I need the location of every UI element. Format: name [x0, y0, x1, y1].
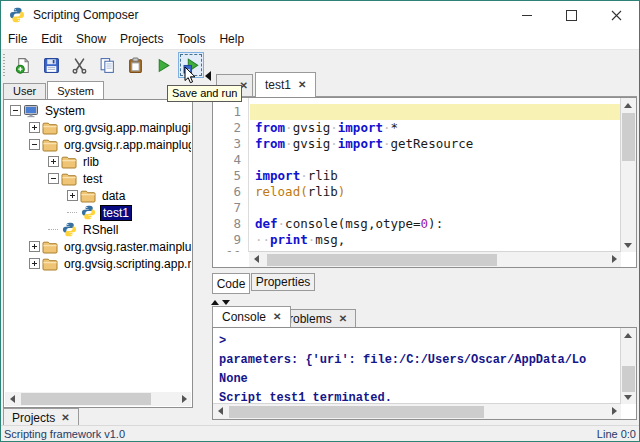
left-tab-user[interactable]: User	[3, 83, 46, 99]
expander-box-icon[interactable]	[29, 241, 40, 252]
tree-item-test1[interactable]: test1	[5, 204, 191, 221]
code-token: ·	[330, 136, 338, 151]
new-script-button[interactable]	[10, 52, 36, 78]
console-output: >parameters: {'uri': file:/C:/Users/Osca…	[213, 328, 621, 404]
code-token: 0	[421, 216, 429, 231]
toolbar-grip[interactable]	[3, 54, 5, 76]
scroll-left-arrow[interactable]	[213, 404, 227, 418]
tree-item-rshell[interactable]: RShell	[5, 221, 191, 238]
close-icon[interactable]: ✕	[339, 314, 347, 324]
code-token: console(msg,otype=	[285, 216, 420, 231]
close-icon[interactable]: ✕	[61, 413, 69, 423]
scroll-up-arrow[interactable]	[621, 98, 635, 112]
close-button[interactable]	[594, 1, 639, 29]
code-token: def	[255, 216, 278, 231]
tab-scroll-left-icon[interactable]	[205, 71, 211, 81]
run-button[interactable]	[150, 52, 176, 78]
code-token: ·	[330, 120, 338, 135]
expander-plus-icon[interactable]	[29, 122, 42, 133]
tree-item-org-gvsig-app-mainplugin[interactable]: org.gvsig.app.mainplugin	[5, 119, 191, 136]
close-icon[interactable]: ✕	[273, 312, 281, 322]
minimize-button[interactable]	[504, 1, 549, 29]
tree-scroll-thumb[interactable]	[21, 393, 151, 405]
tree-item-label: RShell	[81, 223, 120, 237]
expander-box-icon[interactable]	[29, 258, 40, 269]
tree-item-rlib[interactable]: rlib	[5, 153, 191, 170]
close-icon[interactable]: ✕	[298, 80, 306, 90]
tree-item-system[interactable]: System	[5, 102, 191, 119]
expander-box-icon[interactable]	[29, 139, 40, 150]
console-horizontal-scrollbar[interactable]	[213, 403, 621, 419]
expander-box-icon[interactable]	[67, 190, 78, 201]
editor-vscroll-thumb[interactable]	[622, 113, 635, 161]
tab-code[interactable]: Code	[212, 273, 250, 294]
scroll-left-arrow[interactable]	[249, 252, 263, 266]
tab-test1[interactable]: test1 ✕	[255, 72, 316, 97]
tree-horizontal-scrollbar[interactable]	[5, 392, 191, 406]
copy-button[interactable]	[94, 52, 120, 78]
splitter-up-icon[interactable]	[211, 300, 219, 305]
tree-item-test[interactable]: test	[5, 170, 191, 187]
code-token: ·	[383, 120, 391, 135]
menu-help[interactable]: Help	[212, 32, 251, 46]
code-line	[250, 200, 621, 216]
left-tab-system[interactable]: System	[47, 81, 104, 99]
maximize-icon	[566, 10, 577, 21]
console-vertical-scrollbar[interactable]	[620, 328, 636, 404]
console-line: >	[219, 332, 621, 351]
tree-item-org-gvsig-r-app-mainplugin[interactable]: org.gvsig.r.app.mainplugin	[5, 136, 191, 153]
editor-horizontal-scrollbar[interactable]	[249, 251, 621, 267]
scroll-right-arrow[interactable]	[177, 392, 191, 406]
menu-tools[interactable]: Tools	[170, 32, 212, 46]
expander-box-icon[interactable]	[48, 156, 59, 167]
expander-box-icon[interactable]	[10, 105, 21, 116]
tree-item-label: org.gvsig.app.mainplugin	[62, 121, 191, 135]
code-editor[interactable]: 12345678910 from·gvsig·import·*from·gvsi…	[212, 97, 637, 268]
console-panel[interactable]: >parameters: {'uri': file:/C:/Users/Osca…	[212, 327, 637, 420]
scroll-right-arrow[interactable]	[607, 252, 621, 266]
expander-plus-icon[interactable]	[67, 190, 80, 201]
expander-plus-icon[interactable]	[48, 156, 61, 167]
tree-connector	[67, 212, 80, 213]
pane-splitter[interactable]	[211, 300, 230, 305]
expander-plus-icon[interactable]	[29, 258, 42, 269]
maximize-button[interactable]	[549, 1, 594, 29]
scroll-down-arrow[interactable]	[621, 390, 635, 404]
code-token: import	[255, 168, 300, 183]
expander-minus-icon[interactable]	[48, 173, 61, 184]
tree-item-data[interactable]: data	[5, 187, 191, 204]
console-vscroll-thumb[interactable]	[622, 366, 635, 392]
expander-box-icon[interactable]	[29, 122, 40, 133]
paste-button[interactable]	[122, 52, 148, 78]
cut-button[interactable]	[66, 52, 92, 78]
code-line	[250, 152, 621, 168]
menu-edit[interactable]: Edit	[34, 32, 69, 46]
folder-icon	[42, 120, 58, 136]
splitter-down-icon[interactable]	[222, 300, 230, 305]
tab-console[interactable]: Console ✕	[212, 306, 291, 327]
editor-vertical-scrollbar[interactable]	[620, 98, 636, 252]
tab-projects-label: Projects	[12, 411, 55, 425]
expander-minus-icon[interactable]	[29, 139, 42, 150]
menu-show[interactable]: Show	[69, 32, 113, 46]
code-token: ·	[285, 120, 293, 135]
scroll-right-arrow[interactable]	[607, 404, 621, 418]
menu-projects[interactable]: Projects	[113, 32, 170, 46]
expander-box-icon[interactable]	[48, 173, 59, 184]
code-token: ):	[428, 216, 443, 231]
scroll-left-arrow[interactable]	[5, 392, 19, 406]
line-number: 1	[213, 104, 248, 120]
expander-plus-icon[interactable]	[29, 241, 42, 252]
console-hscroll-thumb[interactable]	[229, 406, 484, 418]
menu-file[interactable]: File	[1, 32, 34, 46]
tree-item-org-gvsig-raster-mainplugin[interactable]: org.gvsig.raster.mainplugin	[5, 238, 191, 255]
tab-properties[interactable]: Properties	[251, 273, 315, 291]
code-area[interactable]: from·gvsig·import·*from·gvsig·import·get…	[250, 98, 621, 252]
code-token: reload(	[255, 184, 308, 199]
tree-item-org-gvsig-scripting-app-main[interactable]: org.gvsig.scripting.app.main	[5, 255, 191, 272]
editor-hscroll-thumb[interactable]	[267, 254, 497, 266]
save-button[interactable]	[38, 52, 64, 78]
expander-minus-icon[interactable]	[10, 105, 23, 116]
scroll-down-arrow[interactable]	[621, 238, 635, 252]
scroll-up-arrow[interactable]	[621, 328, 635, 342]
